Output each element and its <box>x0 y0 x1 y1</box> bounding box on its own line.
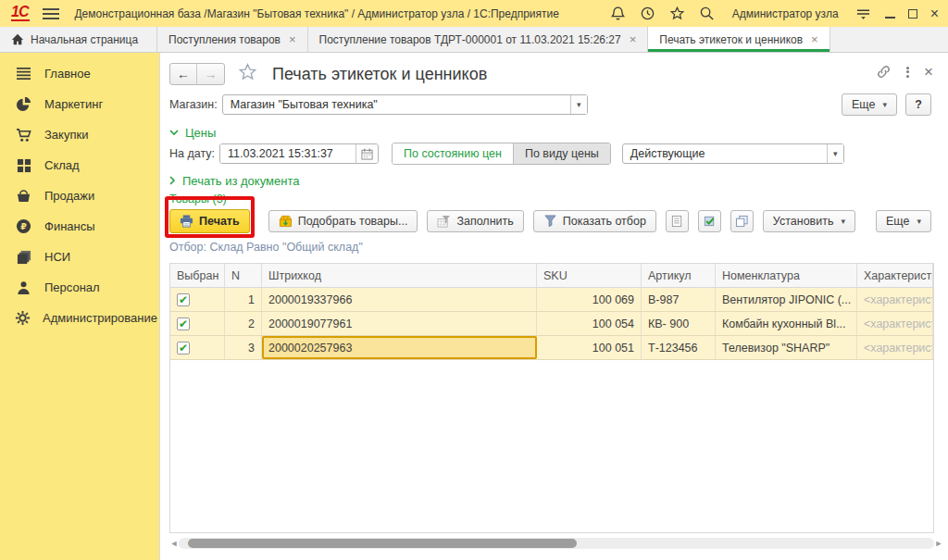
row-checkbox[interactable]: ✔ <box>177 317 190 330</box>
store-dropdown-arrow-icon[interactable]: ▾ <box>570 95 587 114</box>
column-header-4[interactable]: SKU <box>537 264 642 287</box>
cell-characteristic[interactable]: <характерист <box>857 336 933 359</box>
row-checkbox[interactable]: ✔ <box>177 342 190 355</box>
column-header-6[interactable]: Номенклатура <box>716 264 857 287</box>
tab-close-icon[interactable]: × <box>811 32 818 46</box>
cell-n[interactable]: 1 <box>225 288 262 311</box>
1c-logo: 1С <box>11 6 30 21</box>
back-button[interactable]: ← <box>170 64 197 84</box>
by-price-kind-toggle[interactable]: По виду цены <box>513 143 610 164</box>
sidebar-item-закупки[interactable]: Закупки <box>0 119 159 150</box>
more-actions-kebab-icon[interactable] <box>906 65 909 79</box>
forward-button[interactable]: → <box>197 64 224 84</box>
history-icon[interactable] <box>640 6 656 22</box>
notifications-bell-icon[interactable] <box>610 6 627 22</box>
cell-sku[interactable]: 100 051 <box>537 336 642 359</box>
price-kind-value: Действующие <box>623 144 827 163</box>
sidebar-item-нси[interactable]: НСИ <box>0 242 159 272</box>
table-row[interactable]: ✔22000019077961100 054КВ- 900Комбайн кух… <box>170 312 933 336</box>
cell-article[interactable]: Т-123456 <box>642 336 716 359</box>
cell-characteristic[interactable]: <характерист <box>857 288 933 311</box>
sidebar-item-продажи[interactable]: Продажи <box>0 180 159 211</box>
cell-checked[interactable]: ✔ <box>170 312 225 335</box>
scroll-left-arrow[interactable]: ◄ <box>169 539 179 548</box>
sidebar-item-персонал[interactable]: Персонал <box>0 272 159 303</box>
set-button[interactable]: Установить▾ <box>763 210 855 232</box>
column-header-1[interactable]: Выбран <box>170 264 225 287</box>
column-header-3[interactable]: Штрихкод <box>262 264 537 287</box>
maximize-button[interactable] <box>908 9 917 19</box>
minimize-button[interactable] <box>885 8 895 19</box>
calendar-icon[interactable] <box>356 144 378 163</box>
get-link-icon[interactable] <box>876 64 892 80</box>
cell-article[interactable]: КВ- 900 <box>642 312 716 335</box>
page-title: Печать этикеток и ценников <box>272 65 487 84</box>
fill-button[interactable]: Заполнить <box>427 210 523 232</box>
cell-characteristic[interactable]: <характерист <box>857 312 933 335</box>
table-row[interactable]: ✔32000020257963100 051Т-123456Телевизор … <box>170 336 933 360</box>
show-filter-button[interactable]: Показать отбор <box>533 210 656 232</box>
print-button[interactable]: Печать <box>169 209 250 233</box>
sidebar-item-склад[interactable]: Склад <box>0 150 159 180</box>
cell-article[interactable]: В-987 <box>642 288 716 311</box>
store-combobox[interactable]: Магазин "Бытовая техника" ▾ <box>222 94 588 115</box>
goods-section-title[interactable]: Товары (3) <box>169 193 948 205</box>
window-close-button[interactable]: × <box>930 9 939 19</box>
by-price-state-toggle[interactable]: По состоянию цен <box>393 143 513 164</box>
cell-barcode[interactable]: 2000019337966 <box>262 288 537 311</box>
administration-icon <box>15 310 31 326</box>
service-menu-icon[interactable] <box>855 6 872 22</box>
main-menu-icon[interactable] <box>43 6 59 22</box>
form-close-icon[interactable]: × <box>924 67 933 78</box>
copy-rows-button[interactable] <box>730 210 754 232</box>
cell-nomenclature[interactable]: Комбайн кухонный Bl... <box>716 312 857 335</box>
horizontal-scrollbar[interactable]: ◄ ► <box>169 537 943 550</box>
tab-home[interactable]: Начальная страница <box>0 27 157 52</box>
price-kind-combobox[interactable]: Действующие ▾ <box>622 143 844 164</box>
scrollbar-track[interactable] <box>179 538 934 549</box>
sidebar-item-маркетинг[interactable]: Маркетинг <box>0 89 159 119</box>
tab-3[interactable]: Печать этикеток и ценников× <box>648 27 830 52</box>
current-user[interactable]: Администратор узла <box>732 7 839 20</box>
form-more-button[interactable]: Еще▾ <box>842 93 897 116</box>
row-checkbox[interactable]: ✔ <box>177 293 190 306</box>
tab-2[interactable]: Поступление товаров ТДРТ-000001 от 11.03… <box>308 27 649 52</box>
favorites-star-icon[interactable] <box>669 6 686 22</box>
sidebar-item-финансы[interactable]: ₽Финансы <box>0 211 159 242</box>
check-all-button[interactable] <box>698 210 721 232</box>
add-favorite-star-icon[interactable] <box>238 63 257 85</box>
chevron-down-icon <box>169 130 179 136</box>
print-from-document-section-header[interactable]: Печать из документа <box>169 173 948 188</box>
tab-close-icon[interactable]: × <box>630 32 637 46</box>
cell-nomenclature[interactable]: Вентилятор JIPONIC (... <box>716 288 857 311</box>
filter-summary[interactable]: Отбор: Склад Равно "Общий склад" <box>169 241 948 255</box>
tab-close-icon[interactable]: × <box>289 32 296 46</box>
tab-1[interactable]: Поступления товаров× <box>157 27 308 52</box>
cell-sku[interactable]: 100 069 <box>537 288 642 311</box>
cell-barcode[interactable]: 2000019077961 <box>262 312 537 335</box>
cell-nomenclature[interactable]: Телевизор "SHARP" <box>716 336 857 359</box>
date-field[interactable]: 11.03.2021 15:31:37 <box>219 143 379 164</box>
sidebar-item-администрирование[interactable]: Администрирование <box>0 303 159 333</box>
pick-goods-button[interactable]: Подобрать товары... <box>268 210 418 232</box>
search-icon[interactable] <box>699 6 716 22</box>
list-settings-button[interactable] <box>666 210 689 232</box>
help-button[interactable]: ? <box>905 93 931 116</box>
prices-section-header[interactable]: Цены <box>169 125 948 140</box>
cell-checked[interactable]: ✔ <box>170 288 225 311</box>
cell-barcode[interactable]: 2000020257963 <box>262 336 537 359</box>
column-header-2[interactable]: N <box>225 264 262 287</box>
cell-n[interactable]: 3 <box>225 336 262 359</box>
cell-sku[interactable]: 100 054 <box>537 312 642 335</box>
date-value[interactable]: 11.03.2021 15:31:37 <box>220 144 356 163</box>
column-header-7[interactable]: Характеристи <box>857 264 933 287</box>
scroll-right-arrow[interactable]: ► <box>934 539 943 548</box>
scrollbar-thumb[interactable] <box>188 539 577 548</box>
goods-more-button[interactable]: Еще▾ <box>876 210 931 232</box>
cell-n[interactable]: 2 <box>225 312 262 335</box>
table-row[interactable]: ✔12000019337966100 069В-987Вентилятор JI… <box>170 288 933 312</box>
cell-checked[interactable]: ✔ <box>170 336 225 359</box>
column-header-5[interactable]: Артикул <box>642 264 716 287</box>
price-kind-dropdown-arrow-icon[interactable]: ▾ <box>827 144 843 163</box>
sidebar-item-главное[interactable]: Главное <box>0 58 159 89</box>
